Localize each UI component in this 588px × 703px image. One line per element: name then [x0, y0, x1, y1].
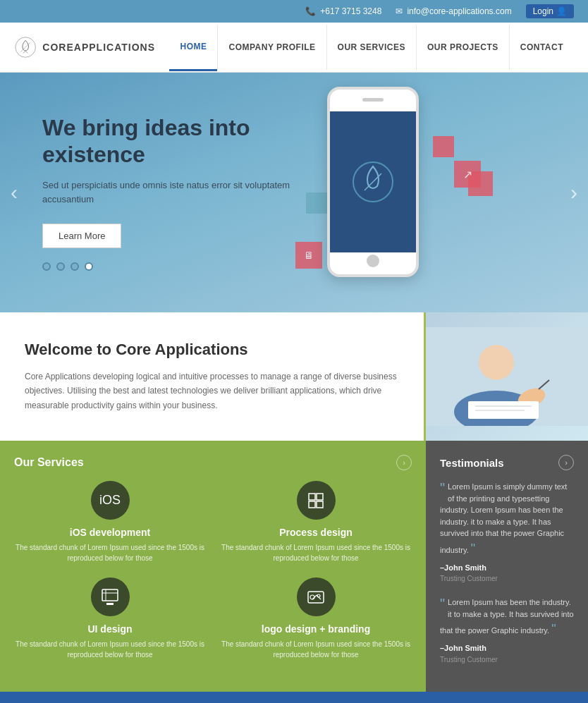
- service-ios-name: iOS development: [14, 527, 206, 538]
- service-logo-desc: The standard chunk of Lorem Ipsum used s…: [220, 639, 412, 660]
- svg-rect-13: [317, 501, 323, 508]
- logo-icon: [14, 30, 37, 65]
- welcome-section: Welcome to Core Applications Core Applic…: [0, 312, 588, 441]
- email-contact: ✉ info@core-applications.com: [396, 6, 511, 16]
- hero-title: We bring ideas into existence: [42, 114, 296, 169]
- hero-arrow-right[interactable]: ›: [570, 181, 577, 204]
- service-process-desc: The standard chunk of Lorem Ipsum used s…: [220, 542, 412, 563]
- service-ui-desc: The standard chunk of Lorem Ipsum used s…: [14, 639, 206, 660]
- testimonials-header: Testimonials ›: [440, 455, 574, 470]
- testimonial-1-text: Lorem Ipsum is simply dummy text of the …: [440, 482, 567, 554]
- hero-content: We bring ideas into existence Sed ut per…: [42, 114, 296, 271]
- testimonials-title: Testimonials: [440, 457, 504, 469]
- hero-subtitle: Sed ut perspiciatis unde omnis iste natu…: [42, 178, 296, 206]
- service-logo: logo design + branding The standard chun…: [220, 577, 412, 660]
- quote-icon-2: ": [440, 597, 445, 611]
- hero-dot-2[interactable]: [56, 262, 65, 271]
- quote-icon-1: ": [440, 481, 445, 495]
- welcome-image: [426, 312, 588, 441]
- service-logo-icon: [297, 577, 336, 616]
- phone-contact: 📞 +617 3715 3248: [305, 6, 381, 16]
- testimonial-1: " Lorem Ipsum is simply dummy text of th…: [440, 481, 574, 584]
- service-logo-name: logo design + branding: [220, 623, 412, 635]
- service-ios-icon: iOS: [91, 481, 130, 520]
- phone-icon: 📞: [305, 6, 316, 16]
- services-grid: iOS iOS development The standard chunk o…: [14, 481, 412, 660]
- welcome-body: Core Applications developing logical and…: [25, 369, 399, 412]
- hero-dot-4[interactable]: [85, 262, 93, 271]
- svg-rect-10: [309, 494, 315, 500]
- welcome-title: Welcome to Core Applications: [25, 341, 399, 359]
- main-nav: HOME COMPANY PROFILE OUR SERVICES OUR PR…: [169, 24, 574, 71]
- svg-point-4: [479, 345, 514, 380]
- services-header: Our Services ›: [14, 455, 412, 470]
- nav-item-home[interactable]: HOME: [169, 24, 217, 71]
- service-process: Process design The standard chunk of Lor…: [220, 481, 412, 563]
- service-ios: iOS iOS development The standard chunk o…: [14, 481, 206, 563]
- login-label: Login: [533, 6, 553, 16]
- testimonial-2-name: –John Smith: [440, 642, 574, 654]
- login-button[interactable]: Login 👤: [526, 4, 574, 18]
- nav-bar: COREAPPLICATIONS HOME COMPANY PROFILE OU…: [0, 23, 588, 73]
- testimonials-section: Testimonials › " Lorem Ipsum is simply d…: [426, 441, 588, 692]
- services-arrow[interactable]: ›: [396, 455, 412, 470]
- nav-item-company[interactable]: COMPANY PROFILE: [217, 25, 326, 70]
- nav-item-contact[interactable]: CONTACT: [509, 25, 574, 70]
- welcome-illustration: [426, 327, 588, 426]
- hero-dot-1[interactable]: [42, 262, 51, 271]
- nav-item-projects[interactable]: OUR PROJECTS: [416, 25, 509, 70]
- testimonials-arrow[interactable]: ›: [558, 455, 574, 470]
- service-process-icon: [297, 481, 336, 520]
- service-ios-desc: The standard chunk of Lorem Ipsum used s…: [14, 542, 206, 563]
- testimonial-1-role: Trusting Customer: [440, 573, 574, 584]
- email-icon: ✉: [396, 6, 403, 16]
- services-section: Our Services › iOS iOS development The s…: [0, 441, 426, 692]
- services-title: Our Services: [14, 456, 84, 469]
- svg-rect-11: [317, 494, 323, 500]
- svg-rect-12: [309, 501, 315, 508]
- service-ui-name: UI design: [14, 623, 206, 635]
- logo-text: COREAPPLICATIONS: [42, 42, 155, 53]
- svg-point-19: [310, 595, 314, 599]
- hero-dots: [42, 262, 296, 271]
- testimonial-1-name: –John Smith: [440, 562, 574, 574]
- service-ui: UI design The standard chunk of Lorem Ip…: [14, 577, 206, 660]
- learn-more-button[interactable]: Learn More: [42, 224, 121, 248]
- end-quote-1: ": [471, 542, 475, 556]
- hero-arrow-left[interactable]: ‹: [11, 181, 18, 204]
- nav-item-services[interactable]: OUR SERVICES: [326, 25, 416, 70]
- service-ui-icon: [91, 577, 130, 616]
- welcome-text: Welcome to Core Applications Core Applic…: [0, 312, 426, 441]
- user-icon: 👤: [556, 6, 567, 16]
- hero-dot-3[interactable]: [71, 262, 79, 271]
- svg-rect-17: [106, 603, 114, 605]
- hero-illustration: 💡 ↗ 🖥: [292, 87, 503, 298]
- end-quote-2: ": [551, 622, 556, 636]
- hero-section: ‹ We bring ideas into existence Sed ut p…: [0, 73, 588, 312]
- svg-rect-14: [102, 589, 118, 601]
- service-process-name: Process design: [220, 527, 412, 538]
- testimonial-2: " Lorem Ipsum has been the industry. it …: [440, 597, 574, 665]
- email-address: info@core-applications.com: [407, 6, 511, 16]
- phone-number: +617 3715 3248: [320, 6, 381, 16]
- services-testimonials: Our Services › iOS iOS development The s…: [0, 441, 588, 692]
- logo[interactable]: COREAPPLICATIONS: [14, 23, 155, 72]
- testimonial-2-role: Trusting Customer: [440, 654, 574, 665]
- newsletter-section: Newsletter Signup Sign up below to recei…: [0, 692, 588, 703]
- top-bar: 📞 +617 3715 3248 ✉ info@core-application…: [0, 0, 588, 23]
